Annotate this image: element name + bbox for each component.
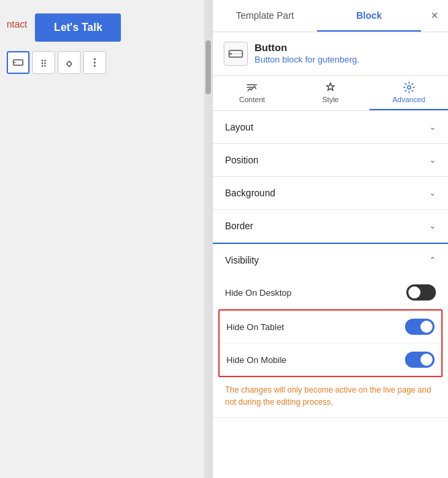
hide-mobile-row: Hide On Mobile	[220, 344, 441, 376]
svg-point-4	[42, 63, 43, 64]
hide-desktop-label: Hide On Desktop	[225, 288, 292, 298]
chevron-up-icon: ⌃	[429, 255, 436, 265]
hide-mobile-slider	[405, 352, 435, 368]
hide-desktop-slider	[406, 284, 436, 301]
svg-point-7	[44, 65, 46, 67]
svg-point-8	[94, 58, 96, 61]
tab-block[interactable]: Block	[317, 0, 421, 32]
chevron-down-icon: ⌄	[429, 188, 436, 198]
chevron-down-icon: ⌄	[429, 155, 436, 165]
accordion-position-header[interactable]: Position ⌄	[213, 144, 448, 176]
block-description: Button block for gutenberg.	[255, 54, 359, 65]
block-info: Button Button block for gutenberg.	[213, 32, 448, 76]
accordion-layout: Layout ⌄	[213, 111, 448, 144]
svg-point-2	[42, 60, 43, 61]
svg-point-3	[44, 60, 46, 61]
accordion-background-header[interactable]: Background ⌄	[213, 177, 448, 209]
close-button[interactable]: ×	[421, 0, 448, 32]
accordion-visibility-header[interactable]: Visibility ⌃	[213, 244, 448, 276]
accordion-visibility: Visibility ⌃ Hide On Desktop Hide On Tab…	[213, 243, 448, 418]
chevron-down-icon: ⌄	[429, 221, 436, 231]
panel-tabs: Template Part Block ×	[213, 0, 448, 32]
editor-area: ntact Let's Talk	[0, 0, 212, 478]
hide-desktop-toggle[interactable]	[406, 284, 436, 301]
accordion-layout-header[interactable]: Layout ⌄	[213, 111, 448, 143]
toolbar-up-down-icon[interactable]	[58, 51, 81, 74]
accordion-list: Layout ⌄ Position ⌄ Background ⌄ Border …	[213, 111, 448, 478]
svg-point-1	[14, 62, 15, 63]
tab-icons-row: Content Style Advanced	[213, 76, 448, 111]
accordion-position-label: Position	[225, 155, 259, 165]
scroll-track	[204, 0, 212, 478]
block-icon	[224, 42, 248, 66]
info-message: The changes will only become active on t…	[213, 377, 448, 417]
hide-desktop-row: Hide On Desktop	[213, 276, 448, 309]
accordion-background: Background ⌄	[213, 177, 448, 210]
accordion-border-label: Border	[225, 221, 253, 231]
tab-style-label: Style	[322, 95, 339, 104]
toolbar-drag-icon[interactable]	[32, 51, 55, 74]
hide-tablet-label: Hide On Tablet	[226, 322, 284, 332]
tab-advanced-label: Advanced	[392, 95, 425, 104]
toolbar-row	[7, 51, 206, 74]
lets-talk-button[interactable]: Let's Talk	[35, 13, 121, 42]
accordion-position: Position ⌄	[213, 144, 448, 177]
svg-point-13	[230, 53, 232, 54]
settings-panel: Template Part Block × Button Button bloc…	[212, 0, 448, 478]
tab-content-label: Content	[239, 95, 265, 104]
svg-point-6	[42, 65, 43, 67]
svg-point-10	[94, 65, 96, 67]
hide-mobile-toggle[interactable]	[405, 352, 435, 368]
tab-advanced[interactable]: Advanced	[369, 76, 448, 110]
svg-point-9	[94, 62, 96, 64]
hide-tablet-row: Hide On Tablet	[220, 311, 441, 344]
accordion-background-label: Background	[225, 188, 275, 198]
svg-point-15	[407, 86, 410, 89]
svg-point-5	[44, 63, 46, 64]
hide-tablet-slider	[405, 319, 435, 335]
hide-tablet-toggle[interactable]	[405, 319, 435, 335]
chevron-down-icon: ⌄	[429, 122, 436, 132]
accordion-border: Border ⌄	[213, 210, 448, 243]
accordion-visibility-label: Visibility	[225, 255, 259, 266]
accordion-layout-label: Layout	[225, 122, 253, 132]
tab-content[interactable]: Content	[213, 76, 292, 110]
contact-text: ntact	[7, 19, 27, 30]
tab-style[interactable]: Style	[292, 76, 370, 110]
scroll-thumb	[206, 40, 211, 94]
tab-template-part[interactable]: Template Part	[213, 0, 317, 32]
block-text-info: Button Button block for gutenberg.	[255, 42, 359, 65]
highlighted-group: Hide On Tablet Hide On Mobile	[218, 309, 443, 377]
toolbar-more-icon[interactable]	[83, 51, 106, 74]
block-name: Button	[255, 42, 359, 53]
toolbar-block-icon[interactable]	[7, 51, 30, 74]
hide-mobile-label: Hide On Mobile	[226, 355, 287, 365]
editor-content: ntact Let's Talk	[0, 0, 212, 87]
accordion-border-header[interactable]: Border ⌄	[213, 210, 448, 242]
